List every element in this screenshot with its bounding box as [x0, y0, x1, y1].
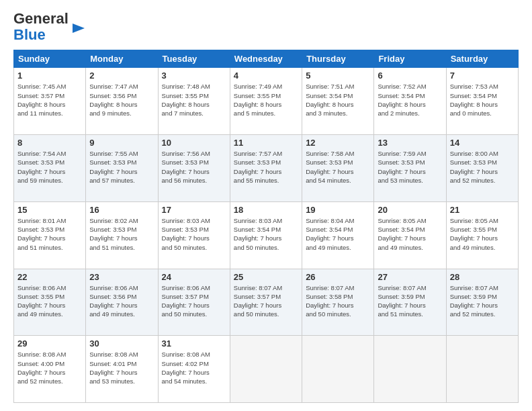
calendar-day-header: Saturday	[446, 50, 518, 68]
day-number: 20	[378, 205, 442, 215]
calendar-cell: 16Sunrise: 8:02 AM Sunset: 3:53 PM Dayli…	[86, 201, 158, 269]
calendar-cell: 15Sunrise: 8:01 AM Sunset: 3:53 PM Dayli…	[14, 201, 86, 269]
cell-info: Sunrise: 8:02 AM Sunset: 3:53 PM Dayligh…	[89, 216, 154, 252]
calendar-cell: 13Sunrise: 7:59 AM Sunset: 3:53 PM Dayli…	[374, 135, 446, 202]
calendar-week-row: 8Sunrise: 7:54 AM Sunset: 3:53 PM Daylig…	[14, 135, 519, 202]
cell-info: Sunrise: 8:03 AM Sunset: 3:53 PM Dayligh…	[162, 216, 226, 252]
calendar-cell: 6Sunrise: 7:52 AM Sunset: 3:54 PM Daylig…	[374, 68, 446, 135]
day-number: 19	[306, 205, 370, 215]
calendar-cell: 18Sunrise: 8:03 AM Sunset: 3:54 PM Dayli…	[230, 201, 302, 269]
calendar-cell: 11Sunrise: 7:57 AM Sunset: 3:53 PM Dayli…	[230, 135, 302, 202]
calendar-cell: 21Sunrise: 8:05 AM Sunset: 3:55 PM Dayli…	[446, 201, 518, 269]
calendar-cell: 10Sunrise: 7:56 AM Sunset: 3:53 PM Dayli…	[158, 135, 230, 202]
cell-info: Sunrise: 7:56 AM Sunset: 3:53 PM Dayligh…	[162, 149, 226, 185]
calendar-cell: 29Sunrise: 8:08 AM Sunset: 4:00 PM Dayli…	[14, 336, 86, 403]
calendar-cell: 25Sunrise: 8:07 AM Sunset: 3:57 PM Dayli…	[230, 269, 302, 336]
calendar-table: SundayMondayTuesdayWednesdayThursdayFrid…	[13, 50, 519, 403]
day-number: 1	[17, 71, 82, 81]
cell-info: Sunrise: 8:06 AM Sunset: 3:55 PM Dayligh…	[17, 283, 82, 319]
cell-info: Sunrise: 8:05 AM Sunset: 3:55 PM Dayligh…	[450, 216, 515, 252]
calendar-cell	[302, 336, 374, 403]
cell-info: Sunrise: 7:47 AM Sunset: 3:56 PM Dayligh…	[89, 82, 154, 118]
calendar-cell	[374, 336, 446, 403]
calendar-cell: 30Sunrise: 8:08 AM Sunset: 4:01 PM Dayli…	[86, 336, 158, 403]
logo-icon	[71, 21, 86, 36]
cell-info: Sunrise: 7:59 AM Sunset: 3:53 PM Dayligh…	[378, 149, 442, 185]
logo-text: General Blue	[13, 11, 69, 43]
svg-marker-0	[73, 24, 85, 33]
day-number: 29	[17, 338, 82, 349]
calendar-cell: 2Sunrise: 7:47 AM Sunset: 3:56 PM Daylig…	[86, 68, 158, 135]
calendar-cell: 4Sunrise: 7:49 AM Sunset: 3:55 PM Daylig…	[230, 68, 302, 135]
day-number: 13	[378, 138, 442, 148]
calendar-cell: 5Sunrise: 7:51 AM Sunset: 3:54 PM Daylig…	[302, 68, 374, 135]
calendar-week-row: 22Sunrise: 8:06 AM Sunset: 3:55 PM Dayli…	[14, 269, 519, 336]
cell-info: Sunrise: 8:04 AM Sunset: 3:54 PM Dayligh…	[306, 216, 370, 252]
cell-info: Sunrise: 8:06 AM Sunset: 3:57 PM Dayligh…	[162, 283, 226, 319]
day-number: 8	[17, 138, 82, 148]
calendar-day-header: Monday	[86, 50, 158, 68]
calendar-cell: 26Sunrise: 8:07 AM Sunset: 3:58 PM Dayli…	[302, 269, 374, 336]
cell-info: Sunrise: 7:58 AM Sunset: 3:53 PM Dayligh…	[306, 149, 370, 185]
calendar-week-row: 29Sunrise: 8:08 AM Sunset: 4:00 PM Dayli…	[14, 336, 519, 403]
calendar-cell: 20Sunrise: 8:05 AM Sunset: 3:54 PM Dayli…	[374, 201, 446, 269]
calendar-cell: 28Sunrise: 8:07 AM Sunset: 3:59 PM Dayli…	[446, 269, 518, 336]
calendar-cell: 22Sunrise: 8:06 AM Sunset: 3:55 PM Dayli…	[14, 269, 86, 336]
calendar-body: 1Sunrise: 7:45 AM Sunset: 3:57 PM Daylig…	[14, 68, 519, 403]
day-number: 25	[234, 272, 298, 282]
calendar-cell	[446, 336, 518, 403]
cell-info: Sunrise: 8:05 AM Sunset: 3:54 PM Dayligh…	[378, 216, 442, 252]
day-number: 9	[89, 138, 154, 148]
calendar-week-row: 1Sunrise: 7:45 AM Sunset: 3:57 PM Daylig…	[14, 68, 519, 135]
calendar-header-row: SundayMondayTuesdayWednesdayThursdayFrid…	[14, 50, 519, 68]
cell-info: Sunrise: 8:01 AM Sunset: 3:53 PM Dayligh…	[17, 216, 82, 252]
calendar-cell: 12Sunrise: 7:58 AM Sunset: 3:53 PM Dayli…	[302, 135, 374, 202]
day-number: 10	[162, 138, 226, 148]
logo-general: General	[13, 10, 69, 27]
calendar-cell: 7Sunrise: 7:53 AM Sunset: 3:54 PM Daylig…	[446, 68, 518, 135]
day-number: 3	[162, 71, 226, 81]
day-number: 22	[17, 272, 82, 282]
day-number: 30	[89, 338, 154, 349]
header: General Blue	[13, 11, 519, 43]
day-number: 17	[162, 205, 226, 215]
calendar-cell: 17Sunrise: 8:03 AM Sunset: 3:53 PM Dayli…	[158, 201, 230, 269]
calendar-cell: 24Sunrise: 8:06 AM Sunset: 3:57 PM Dayli…	[158, 269, 230, 336]
cell-info: Sunrise: 8:08 AM Sunset: 4:00 PM Dayligh…	[17, 350, 82, 385]
cell-info: Sunrise: 8:00 AM Sunset: 3:53 PM Dayligh…	[450, 149, 515, 185]
calendar-week-row: 15Sunrise: 8:01 AM Sunset: 3:53 PM Dayli…	[14, 201, 519, 269]
cell-info: Sunrise: 8:07 AM Sunset: 3:57 PM Dayligh…	[234, 283, 298, 319]
day-number: 6	[378, 71, 442, 81]
day-number: 31	[162, 338, 226, 349]
cell-info: Sunrise: 8:07 AM Sunset: 3:59 PM Dayligh…	[450, 283, 515, 319]
logo: General Blue	[13, 11, 86, 43]
calendar-day-header: Friday	[374, 50, 446, 68]
calendar-cell: 8Sunrise: 7:54 AM Sunset: 3:53 PM Daylig…	[14, 135, 86, 202]
day-number: 24	[162, 272, 226, 282]
cell-info: Sunrise: 7:52 AM Sunset: 3:54 PM Dayligh…	[378, 82, 442, 118]
calendar-day-header: Thursday	[302, 50, 374, 68]
calendar-day-header: Wednesday	[230, 50, 302, 68]
calendar-cell: 31Sunrise: 8:08 AM Sunset: 4:02 PM Dayli…	[158, 336, 230, 403]
cell-info: Sunrise: 8:06 AM Sunset: 3:56 PM Dayligh…	[89, 283, 154, 319]
cell-info: Sunrise: 8:08 AM Sunset: 4:02 PM Dayligh…	[162, 350, 226, 385]
day-number: 28	[450, 272, 515, 282]
cell-info: Sunrise: 7:49 AM Sunset: 3:55 PM Dayligh…	[234, 82, 298, 118]
day-number: 15	[17, 205, 82, 215]
day-number: 16	[89, 205, 154, 215]
calendar-cell: 23Sunrise: 8:06 AM Sunset: 3:56 PM Dayli…	[86, 269, 158, 336]
day-number: 5	[306, 71, 370, 81]
calendar-cell: 14Sunrise: 8:00 AM Sunset: 3:53 PM Dayli…	[446, 135, 518, 202]
calendar-cell	[230, 336, 302, 403]
day-number: 7	[450, 71, 515, 81]
calendar-cell: 27Sunrise: 8:07 AM Sunset: 3:59 PM Dayli…	[374, 269, 446, 336]
calendar-day-header: Sunday	[14, 50, 86, 68]
calendar-day-header: Tuesday	[158, 50, 230, 68]
day-number: 12	[306, 138, 370, 148]
day-number: 27	[378, 272, 442, 282]
cell-info: Sunrise: 7:48 AM Sunset: 3:55 PM Dayligh…	[162, 82, 226, 118]
cell-info: Sunrise: 7:54 AM Sunset: 3:53 PM Dayligh…	[17, 149, 82, 185]
calendar-cell: 19Sunrise: 8:04 AM Sunset: 3:54 PM Dayli…	[302, 201, 374, 269]
cell-info: Sunrise: 7:53 AM Sunset: 3:54 PM Dayligh…	[450, 82, 515, 118]
cell-info: Sunrise: 8:08 AM Sunset: 4:01 PM Dayligh…	[89, 350, 154, 385]
